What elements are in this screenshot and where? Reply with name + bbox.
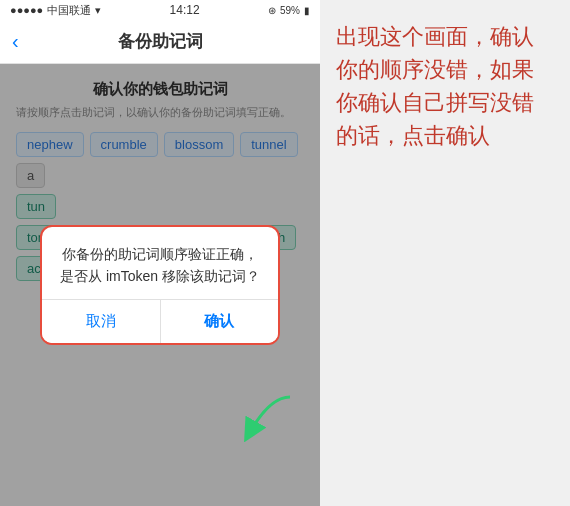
phone-screen: ●●●●● 中国联通 ▾ 14:12 ⊛ 59% ▮ ‹ 备份助记词 确认你的钱… <box>0 0 320 506</box>
content-area: 确认你的钱包助记词 请按顺序点击助记词，以确认你的备份助记词填写正确。 neph… <box>0 64 320 506</box>
battery-level: 59% <box>280 5 300 16</box>
carrier-name: 中国联通 <box>47 3 91 18</box>
nav-title: 备份助记词 <box>118 30 203 53</box>
wifi-icon: ▾ <box>95 4 101 17</box>
bluetooth-icon: ⊛ <box>268 5 276 16</box>
status-bar-left: ●●●●● 中国联通 ▾ <box>10 3 101 18</box>
annotation-text: 出现这个画面，确认你的顺序没错，如果你确认自己拼写没错的话，点击确认 <box>336 20 554 152</box>
battery-icon: ▮ <box>304 5 310 16</box>
status-bar: ●●●●● 中国联通 ▾ 14:12 ⊛ 59% ▮ <box>0 0 320 20</box>
signal-dots: ●●●●● <box>10 4 43 16</box>
dialog-confirm-button[interactable]: 确认 <box>161 300 279 343</box>
nav-bar: ‹ 备份助记词 <box>0 20 320 64</box>
annotation-panel: 出现这个画面，确认你的顺序没错，如果你确认自己拼写没错的话，点击确认 <box>320 0 570 506</box>
dialog-cancel-button[interactable]: 取消 <box>42 300 161 343</box>
dialog-content: 你备份的助记词顺序验证正确，是否从 imToken 移除该助记词？ <box>42 227 278 300</box>
dialog-box: 你备份的助记词顺序验证正确，是否从 imToken 移除该助记词？ 取消 确认 <box>40 225 280 346</box>
dialog-message: 你备份的助记词顺序验证正确，是否从 imToken 移除该助记词？ <box>58 243 262 288</box>
back-button[interactable]: ‹ <box>12 30 19 53</box>
dialog-buttons: 取消 确认 <box>42 299 278 343</box>
arrow-indicator <box>240 392 300 446</box>
status-time: 14:12 <box>170 3 200 17</box>
status-bar-right: ⊛ 59% ▮ <box>268 5 310 16</box>
